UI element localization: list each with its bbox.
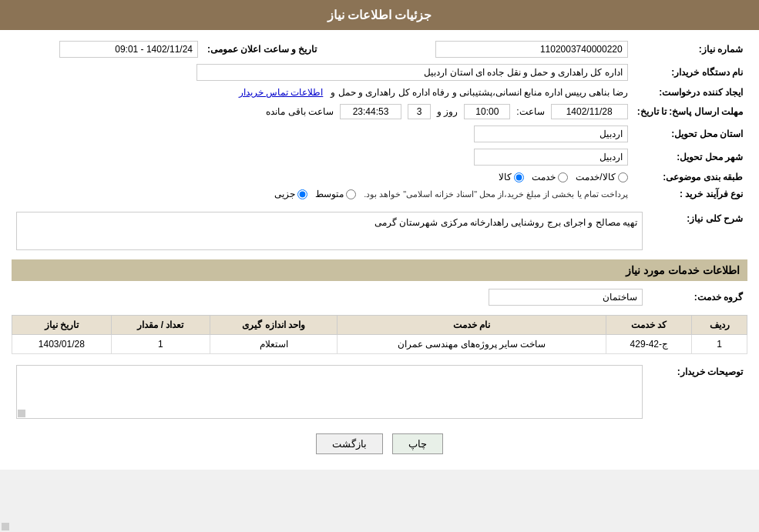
services-thead: ردیف کد خدمت نام خدمت واحد اندازه گیری ت… bbox=[12, 316, 747, 335]
remaining-time-box: 23:44:53 bbox=[340, 104, 401, 119]
print-button[interactable]: چاپ bbox=[392, 433, 443, 454]
days-label: روز و bbox=[437, 106, 458, 117]
services-tbody: 1ج-42-429ساخت سایر پروژه‌های مهندسی عمرا… bbox=[12, 335, 747, 354]
resize-handle-buyer[interactable] bbox=[18, 410, 25, 417]
description-box: تهیه مصالح و اجرای برج روشنایی راهدارخان… bbox=[16, 212, 643, 250]
category-label: طبقه بندی موضوعی: bbox=[633, 169, 747, 186]
row-description: شرح کلی نیاز: تهیه مصالح و اجرای برج روش… bbox=[12, 209, 747, 253]
contact-link[interactable]: اطلاعات تماس خریدار bbox=[239, 87, 324, 98]
page-wrapper: جزئیات اطلاعات نیاز شماره نیاز: 11020037… bbox=[0, 0, 759, 470]
days-value-box: 3 bbox=[408, 104, 431, 119]
radio-jozi[interactable]: جزیی bbox=[274, 189, 307, 199]
announce-value-box: 1402/11/24 - 09:01 bbox=[59, 41, 198, 58]
col-date: تاریخ نیاز bbox=[12, 316, 112, 335]
purchase-note: پرداخت تمام یا بخشی از مبلغ خرید،از محل … bbox=[364, 189, 628, 199]
category-radio-group: کالا/خدمت خدمت کالا bbox=[16, 172, 628, 182]
col-quantity: تعداد / مقدار bbox=[111, 316, 210, 335]
row-creator: ایجاد کننده درخواست: رضا بناهی رییس ادار… bbox=[12, 84, 747, 101]
row-deadline: مهلت ارسال پاسخ: تا تاریخ: 1402/11/28 سا… bbox=[12, 101, 747, 122]
radio-mutavasset[interactable]: متوسط bbox=[315, 189, 356, 199]
button-row: چاپ بازگشت bbox=[12, 433, 747, 454]
service-group-table: گروه خدمت: ساختمان bbox=[12, 286, 747, 309]
col-row-num: ردیف bbox=[692, 316, 747, 335]
page-title: جزئیات اطلاعات نیاز bbox=[327, 8, 432, 22]
creator-value: رضا بناهی رییس اداره منابع انسانی،پشتیبا… bbox=[331, 87, 627, 98]
service-group-value-box: ساختمان bbox=[489, 289, 643, 306]
city-label: شهر محل تحویل: bbox=[633, 146, 747, 169]
creator-label: ایجاد کننده درخواست: bbox=[633, 84, 747, 101]
col-code: کد خدمت bbox=[606, 316, 692, 335]
announce-label: تاریخ و ساعت اعلان عمومی: bbox=[203, 38, 356, 61]
radio-khedmat[interactable]: خدمت bbox=[532, 172, 568, 182]
buyer-desc-label: توصیحات خریدار: bbox=[647, 362, 747, 422]
row-province: استان محل تحویل: اردبیل bbox=[12, 122, 747, 146]
deadline-label: مهلت ارسال پاسخ: تا تاریخ: bbox=[633, 101, 747, 122]
deadline-date-box: 1402/11/28 bbox=[551, 104, 628, 119]
back-button[interactable]: بازگشت bbox=[316, 433, 383, 454]
deadline-time-label: ساعت: bbox=[516, 106, 544, 117]
row-buyer-desc: توصیحات خریدار: bbox=[12, 362, 747, 422]
description-table: شرح کلی نیاز: تهیه مصالح و اجرای برج روش… bbox=[12, 209, 747, 253]
row-buyer: نام دستگاه خریدار: اداره کل راهداری و حم… bbox=[12, 61, 747, 84]
resize-handle[interactable] bbox=[2, 523, 9, 530]
buyer-desc-table: توصیحات خریدار: bbox=[12, 362, 747, 422]
row-service-group: گروه خدمت: ساختمان bbox=[12, 286, 747, 309]
row-purchase-type: نوع فرآیند خرید : پرداخت تمام یا بخشی از… bbox=[12, 186, 747, 202]
col-unit: واحد اندازه گیری bbox=[210, 316, 338, 335]
services-table: ردیف کد خدمت نام خدمت واحد اندازه گیری ت… bbox=[12, 315, 747, 354]
purchase-type-radio-group: پرداخت تمام یا بخشی از مبلغ خرید،از محل … bbox=[16, 189, 628, 199]
row-category: طبقه بندی موضوعی: کالا/خدمت خدمت bbox=[12, 169, 747, 186]
description-label: شرح کلی نیاز: bbox=[647, 209, 747, 253]
request-number-label: شماره نیاز: bbox=[633, 38, 747, 61]
col-name: نام خدمت bbox=[337, 316, 606, 335]
content-area: شماره نیاز: 1102003740000220 تاریخ و ساع… bbox=[0, 30, 759, 470]
purchase-type-label: نوع فرآیند خرید : bbox=[633, 186, 747, 202]
province-value-box: اردبیل bbox=[474, 125, 628, 142]
deadline-row: 1402/11/28 ساعت: 10:00 روز و 3 23:44:53 bbox=[16, 104, 628, 119]
table-row: 1ج-42-429ساخت سایر پروژه‌های مهندسی عمرا… bbox=[12, 335, 747, 354]
services-header-row: ردیف کد خدمت نام خدمت واحد اندازه گیری ت… bbox=[12, 316, 747, 335]
service-group-label: گروه خدمت: bbox=[647, 286, 747, 309]
deadline-time-box: 10:00 bbox=[464, 104, 510, 119]
buyer-label: نام دستگاه خریدار: bbox=[633, 61, 747, 84]
row-city: شهر محل تحویل: اردبیل bbox=[12, 146, 747, 169]
info-table: شماره نیاز: 1102003740000220 تاریخ و ساع… bbox=[12, 38, 747, 202]
province-label: استان محل تحویل: bbox=[633, 122, 747, 146]
request-number-box: 1102003740000220 bbox=[435, 41, 628, 58]
radio-kala[interactable]: کالا bbox=[499, 172, 524, 182]
radio-kala-khedmat[interactable]: کالا/خدمت bbox=[576, 172, 627, 182]
remaining-label: ساعت باقی مانده bbox=[266, 106, 334, 117]
row-request-number: شماره نیاز: 1102003740000220 تاریخ و ساع… bbox=[12, 38, 747, 61]
services-section-header: اطلاعات خدمات مورد نیاز bbox=[12, 259, 747, 281]
request-number-value: 1102003740000220 bbox=[371, 38, 632, 61]
city-value-box: اردبیل bbox=[474, 149, 628, 166]
buyer-value-box: اداره کل راهداری و حمل و نقل جاده ای است… bbox=[196, 64, 628, 81]
page-header: جزئیات اطلاعات نیاز bbox=[0, 0, 759, 30]
buyer-desc-box bbox=[16, 365, 643, 419]
